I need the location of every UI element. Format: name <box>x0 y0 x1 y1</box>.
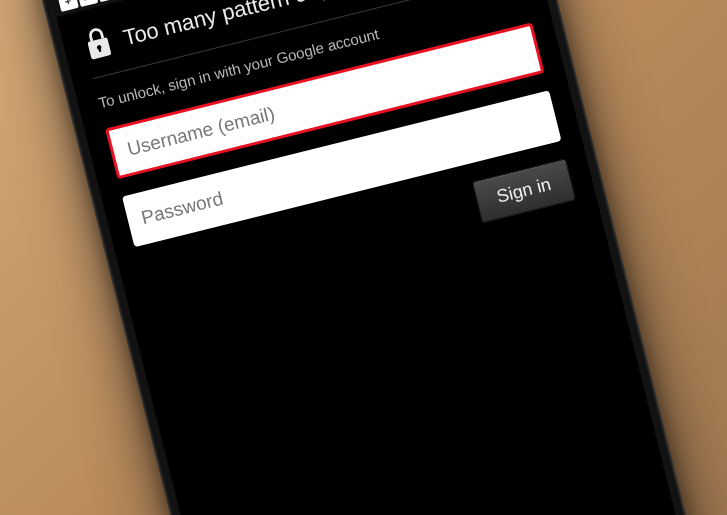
add-icon: + <box>57 0 79 11</box>
envelope-icon: ✉ <box>95 0 117 2</box>
phone-frame: + M ✉ ◧ ᓚ g+ B <box>27 0 701 515</box>
password-placeholder: Password <box>139 187 225 229</box>
lock-icon <box>80 23 116 67</box>
signin-button[interactable]: Sign in <box>471 158 576 223</box>
gmail-icon: M <box>76 0 98 7</box>
username-placeholder: Username (email) <box>125 102 277 160</box>
lock-screen: Too many pattern or password attempts! T… <box>56 0 688 515</box>
